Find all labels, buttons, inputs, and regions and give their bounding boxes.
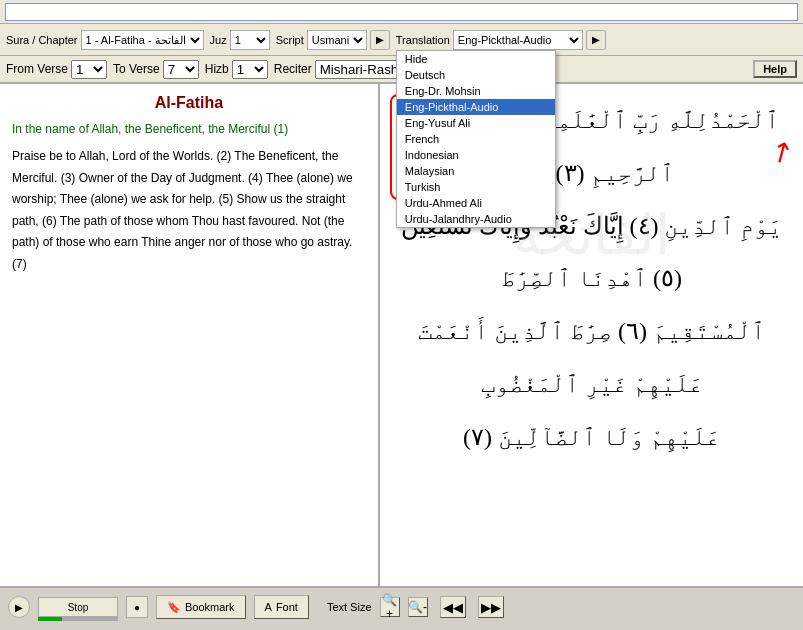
stop-button[interactable]: Stop (38, 597, 118, 617)
dropdown-item-urdu-jalandhry[interactable]: Urdu-Jalandhry-Audio (397, 211, 555, 227)
help-button[interactable]: Help (753, 60, 797, 78)
bookmark-label: Bookmark (185, 601, 235, 613)
script-label: Script (276, 34, 304, 46)
dropdown-item-deutsch[interactable]: Deutsch (397, 67, 555, 83)
font-button[interactable]: A Font (254, 595, 309, 619)
script-group: Script Usmani ▶ (276, 30, 390, 50)
script-audio-btn[interactable]: ▶ (370, 30, 390, 50)
record-button[interactable]: ● (126, 596, 148, 618)
dropdown-item-french[interactable]: French (397, 131, 555, 147)
bookmark-icon: 🔖 (167, 601, 181, 614)
nav-prev-button[interactable]: ◀◀ (440, 596, 466, 618)
sura-select[interactable]: 1 - Al-Fatiha - الفاتحة (81, 30, 204, 50)
address-bar: http://www.quranexplorer.com/quran/ (0, 0, 803, 24)
zoom-out-button[interactable]: 🔍- (408, 597, 428, 617)
dropdown-item-hide[interactable]: Hide (397, 51, 555, 67)
dropdown-item-urdu-ahmed[interactable]: Urdu-Ahmed Ali (397, 195, 555, 211)
sura-group: Sura / Chapter 1 - Al-Fatiha - الفاتحة (6, 30, 204, 50)
surah-title: Al-Fatiha (12, 94, 366, 112)
nav-next-button[interactable]: ▶▶ (478, 596, 504, 618)
url-input[interactable]: http://www.quranexplorer.com/quran/ (5, 3, 798, 21)
progress-bar (38, 617, 118, 621)
reciter-label: Reciter (274, 62, 312, 76)
stop-container: Stop (38, 597, 118, 617)
translation-text: In the name of Allah, the Beneficent, th… (12, 120, 366, 138)
font-label: Font (276, 601, 298, 613)
translation-dropdown[interactable]: Hide Deutsch Eng-Dr. Mohsin Eng-Pickthal… (396, 50, 556, 228)
to-verse-label: To Verse (113, 62, 160, 76)
dropdown-item-eng-yusuf[interactable]: Eng-Yusuf Ali (397, 115, 555, 131)
toolbar-row1: Sura / Chapter 1 - Al-Fatiha - الفاتحة J… (0, 24, 803, 56)
progress-bar-fill (38, 617, 62, 621)
sura-label: Sura / Chapter (6, 34, 78, 46)
translation-audio-btn[interactable]: ▶ (586, 30, 606, 50)
translation-group: Translation Eng-Pickthal-Audio Hide Deut… (396, 30, 606, 50)
main-body-text: Praise be to Allah, Lord of the Worlds. … (12, 146, 366, 276)
dropdown-item-eng-pickthal[interactable]: Eng-Pickthal-Audio (397, 99, 555, 115)
hizb-select[interactable]: 1 (232, 60, 268, 79)
dropdown-item-malaysian[interactable]: Malaysian (397, 163, 555, 179)
translation-select[interactable]: Eng-Pickthal-Audio (453, 30, 583, 50)
dropdown-item-turkish[interactable]: Turkish (397, 179, 555, 195)
status-bar: ▶ Stop ● 🔖 Bookmark A Font Text Size 🔍+ … (0, 586, 803, 626)
from-verse-select[interactable]: 1 (71, 60, 107, 79)
from-verse-label: From Verse (6, 62, 68, 76)
play-button[interactable]: ▶ (8, 596, 30, 618)
dropdown-item-eng-mohsin[interactable]: Eng-Dr. Mohsin (397, 83, 555, 99)
to-verse-select[interactable]: 7 (163, 60, 199, 79)
translation-label: Translation (396, 34, 450, 46)
left-panel: Al-Fatiha In the name of Allah, the Bene… (0, 84, 380, 586)
hizb-label: Hizb (205, 62, 229, 76)
bookmark-button[interactable]: 🔖 Bookmark (156, 595, 246, 619)
juz-label: Juz (210, 34, 227, 46)
dropdown-item-indonesian[interactable]: Indonesian (397, 147, 555, 163)
to-verse-group: To Verse 7 (113, 60, 199, 79)
from-verse-group: From Verse 1 (6, 60, 107, 79)
hizb-group: Hizb 1 (205, 60, 268, 79)
zoom-in-button[interactable]: 🔍+ (380, 597, 400, 617)
script-select[interactable]: Usmani (307, 30, 367, 50)
juz-group: Juz 1 (210, 30, 270, 50)
arabic-verse-4: عَلَيْهِمْ وَلَا ٱلضَّآلِّينَ (٧) (395, 411, 788, 464)
juz-select[interactable]: 1 (230, 30, 270, 50)
font-icon: A (265, 601, 272, 613)
arabic-verse-3: ٱلْمُسْتَقِيمَ (٦) صِرَٰطَ ٱلَّذِينَ أَن… (395, 305, 788, 411)
text-size-label: Text Size (327, 601, 372, 613)
